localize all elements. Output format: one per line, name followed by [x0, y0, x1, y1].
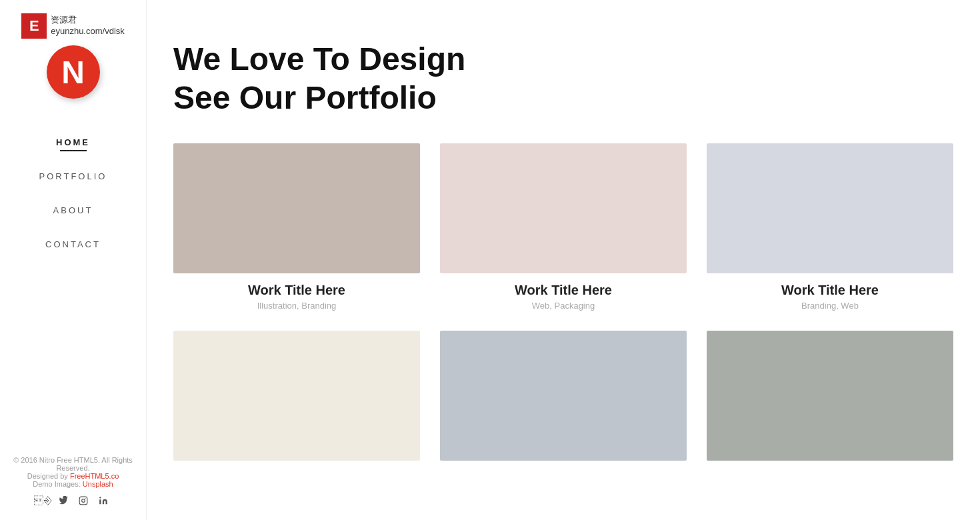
facebook-icon[interactable]: ⎆ — [37, 495, 49, 507]
portfolio-item-5[interactable] — [440, 331, 687, 473]
portfolio-tags-2: Web, Packaging — [440, 301, 687, 311]
demo-images: Demo Images: Unsplash — [10, 480, 136, 488]
portfolio-item-6[interactable] — [707, 331, 953, 473]
sidebar-nav: HOME PORTFOLIO ABOUT CONTACT — [0, 125, 146, 261]
portfolio-thumb-1 — [173, 143, 420, 273]
freehtml5-link[interactable]: FreeHTML5.co — [70, 472, 119, 480]
portfolio-title-2: Work Title Here — [440, 283, 687, 298]
social-icons: ⎆ — [10, 495, 136, 507]
svg-point-2 — [85, 498, 85, 499]
sidebar-item-about[interactable]: ABOUT — [0, 193, 146, 227]
portfolio-item-4[interactable] — [173, 331, 420, 473]
portfolio-tags-3: Branding, Web — [707, 301, 953, 311]
linkedin-icon[interactable] — [97, 495, 109, 507]
portfolio-title-1: Work Title Here — [173, 283, 420, 298]
logo-n-circle: N — [47, 45, 100, 99]
portfolio-item-1[interactable]: Work Title Here Illustration, Branding — [173, 143, 420, 311]
logo-e-icon: E — [21, 13, 47, 39]
sidebar-footer: © 2016 Nitro Free HTML5. All Rights Rese… — [0, 456, 146, 507]
svg-rect-0 — [79, 497, 87, 505]
portfolio-item-3[interactable]: Work Title Here Branding, Web — [707, 143, 953, 311]
sidebar-item-home[interactable]: HOME — [0, 125, 146, 159]
svg-point-1 — [81, 499, 85, 503]
portfolio-grid: Work Title Here Illustration, Branding W… — [173, 143, 953, 473]
logo-text-cn: 资源君 eyunzhu.com/vdisk — [51, 15, 125, 37]
portfolio-title-3: Work Title Here — [707, 283, 953, 298]
portfolio-tags-1: Illustration, Branding — [173, 301, 420, 311]
portfolio-thumb-3 — [707, 143, 953, 273]
portfolio-thumb-6 — [707, 331, 953, 461]
svg-point-4 — [99, 497, 101, 498]
twitter-icon[interactable] — [57, 495, 69, 507]
designed-by: Designed by FreeHTML5.co — [10, 472, 136, 480]
copyright-text: © 2016 Nitro Free HTML5. All Rights Rese… — [10, 456, 136, 472]
portfolio-thumb-2 — [440, 143, 687, 273]
hero-title: We Love To Design See Our Portfolio — [173, 40, 953, 117]
instagram-icon[interactable] — [77, 495, 89, 507]
logo-top: E 资源君 eyunzhu.com/vdisk — [21, 13, 125, 39]
unsplash-link[interactable]: Unsplash — [83, 480, 113, 488]
portfolio-thumb-4 — [173, 331, 420, 461]
sidebar: E 资源君 eyunzhu.com/vdisk N HOME PORTFOLIO… — [0, 0, 147, 520]
logo-area: E 资源君 eyunzhu.com/vdisk N — [21, 13, 125, 99]
portfolio-item-2[interactable]: Work Title Here Web, Packaging — [440, 143, 687, 311]
sidebar-item-portfolio[interactable]: PORTFOLIO — [0, 159, 146, 193]
sidebar-item-contact[interactable]: CONTACT — [0, 227, 146, 261]
svg-rect-3 — [99, 499, 101, 504]
main-content: We Love To Design See Our Portfolio Work… — [147, 0, 980, 520]
portfolio-thumb-5 — [440, 331, 687, 461]
